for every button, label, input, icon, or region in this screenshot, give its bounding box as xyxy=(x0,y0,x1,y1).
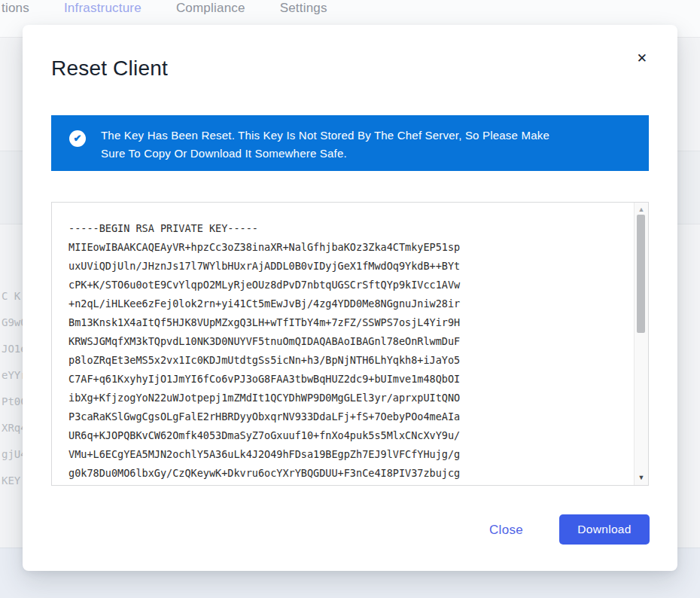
nav-item[interactable]: tions xyxy=(2,1,29,16)
key-line: C7AF+q61KxyhyIjO1JmYI6fCo6vPJ3oG8FAA3tbw… xyxy=(68,370,460,389)
key-line: MIIEowIBAAKCAQEAyVR+hpzCc3oZ38inaXR+NalG… xyxy=(68,238,460,257)
key-line: -----BEGIN RSA PRIVATE KEY----- xyxy=(68,219,460,238)
nav-item[interactable]: Infrastructure xyxy=(64,1,142,16)
key-line: g0k78Du0MO6lbxGy/CzQKeywK+Dkvru6ocYXrYBQ… xyxy=(68,464,460,483)
modal-title: Reset Client xyxy=(51,56,168,81)
download-button[interactable]: Download xyxy=(559,514,650,545)
nav-items: tionsInfrastructureComplianceSettings xyxy=(2,1,327,16)
success-banner: ✔ The Key Has Been Reset. This Key Is No… xyxy=(51,115,649,171)
close-button[interactable]: Close xyxy=(489,523,523,538)
reset-client-modal: Reset Client ✕ ✔ The Key Has Been Reset.… xyxy=(23,25,677,571)
private-key-text: -----BEGIN RSA PRIVATE KEY-----MIIEowIBA… xyxy=(68,219,460,483)
key-line: uxUViQDjUln/JHznJs17l7WYlbHUxrAjADDL0B0v… xyxy=(68,257,460,276)
key-box-scrollbar[interactable]: ▲ ▼ xyxy=(634,203,648,485)
key-line: cPK+K/STO6u0otE9CvYlqpO2MLyRjeOUz8dPvD7n… xyxy=(68,276,460,294)
check-circle-icon: ✔ xyxy=(69,130,86,147)
banner-message: The Key Has Been Reset. This Key Is Not … xyxy=(101,127,571,163)
key-line: p8loZRqEt3eMS5x2vx1Ic0KDJmUtdtgSs5icNn+h… xyxy=(68,351,460,370)
private-key-box[interactable]: -----BEGIN RSA PRIVATE KEY-----MIIEowIBA… xyxy=(51,202,649,486)
key-line: ibXg+KfjzogYoN22uWJotpepj1mZMdIt1QCYDhWP… xyxy=(68,389,460,407)
close-icon[interactable]: ✕ xyxy=(637,52,647,65)
key-line: Bm13Knsk1X4aItQf5HJK8VUpMZxgQ3LH+wTfITbY… xyxy=(68,313,460,332)
key-line: UR6q+KJOPQBKvCW62Omfk4053DmaSyZ7oGxuuf10… xyxy=(68,426,460,445)
scroll-up-icon[interactable]: ▲ xyxy=(635,206,648,213)
nav-item[interactable]: Compliance xyxy=(176,1,245,16)
key-line: +n2qL/iHLKee6zFej0lok2rn+yi41Ct5mEwJvBj/… xyxy=(68,294,460,313)
scroll-down-icon[interactable]: ▼ xyxy=(635,474,648,481)
key-line: VMu+L6ECgYEA5MJN2ochlY5A36uLk4J2O49hFDsa… xyxy=(68,445,460,464)
nav-item[interactable]: Settings xyxy=(280,1,327,16)
key-line: P3caRaKSlGwgCgsOLgFalE2rHBRDyyObxqrNV933… xyxy=(68,407,460,426)
scrollbar-thumb[interactable] xyxy=(637,215,645,333)
key-line: KRWSJGMqfXM3kTQpvdL10NK3D0NUYVF5tnuOmQID… xyxy=(68,332,460,351)
